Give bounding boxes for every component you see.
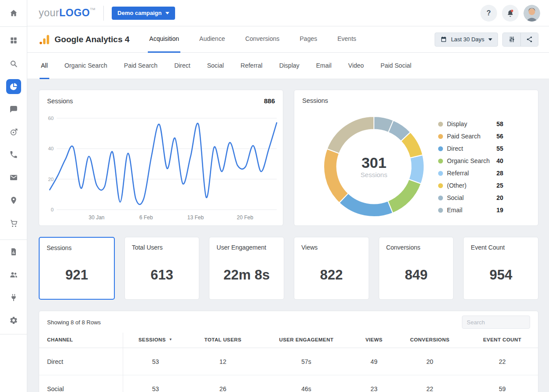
logo-brand: LOGO	[59, 7, 90, 18]
column-header-views[interactable]: VIEWS	[355, 333, 393, 348]
sessions-donut-chart-card: Sessions 301 Sessions Display58Paid Sear…	[294, 90, 538, 226]
channel-tab-video[interactable]: Video	[347, 53, 366, 79]
sidebar-phone-icon[interactable]	[6, 147, 21, 162]
filter-button[interactable]	[503, 33, 520, 46]
sidebar-pie-chart-icon[interactable]	[6, 79, 21, 94]
sidebar-home-icon[interactable]	[6, 6, 21, 21]
sidebar	[0, 0, 27, 392]
table-cell: 23	[355, 375, 393, 392]
column-header-total-users[interactable]: TOTAL USERS	[188, 333, 258, 348]
legend-label: Organic Search	[447, 157, 496, 164]
legend-swatch	[438, 183, 443, 188]
table-row[interactable]: Direct531257s492022	[39, 348, 538, 375]
donut-total-value: 301	[361, 155, 388, 171]
channel-filter-tabs: AllOrganic SearchPaid SearchDirectSocial…	[27, 53, 549, 79]
legend-item: (Other)25	[438, 179, 503, 192]
main-area: yourLOGOTM Demo campaign ?	[27, 0, 549, 392]
metric-card-total-users[interactable]: Total Users613	[124, 237, 200, 300]
channel-tab-social[interactable]: Social	[206, 53, 225, 79]
tab-events[interactable]: Events	[336, 26, 358, 53]
tab-acquisition[interactable]: Acquisition	[148, 26, 180, 53]
metric-card-sessions[interactable]: Sessions921	[39, 237, 115, 300]
date-range-button[interactable]: Last 30 Days	[435, 33, 498, 47]
metric-card-conversions[interactable]: Conversions849	[379, 237, 454, 300]
sidebar-dashboard-grid-icon[interactable]	[6, 33, 21, 48]
column-header-event-count[interactable]: EVENT COUNT	[466, 333, 538, 348]
legend-item: Direct55	[438, 142, 503, 155]
column-header-user-engagement[interactable]: USER ENGAGEMENT	[258, 333, 355, 348]
sidebar-report-file-icon[interactable]	[6, 244, 21, 259]
column-header-channel[interactable]: CHANNEL	[39, 333, 123, 348]
column-header-conversions[interactable]: CONVERSIONS	[393, 333, 467, 348]
metric-card-event-count[interactable]: Event Count954	[463, 237, 538, 300]
help-button[interactable]: ?	[480, 5, 497, 22]
legend-label: Referral	[447, 170, 496, 177]
channel-tab-display[interactable]: Display	[278, 53, 301, 79]
channel-tab-organic-search[interactable]: Organic Search	[63, 53, 109, 79]
donut-segment-direct	[339, 193, 393, 217]
bell-icon	[506, 9, 515, 18]
legend-swatch	[438, 196, 443, 200]
sidebar-gear-icon[interactable]	[6, 313, 21, 328]
metric-value: 849	[379, 267, 454, 283]
sidebar-chat-bubble-icon[interactable]	[6, 102, 21, 116]
sidebar-ad-target-icon[interactable]	[6, 124, 21, 139]
metric-card-views[interactable]: Views822	[294, 237, 369, 300]
legend-swatch	[438, 122, 443, 127]
google-analytics-icon	[39, 34, 50, 45]
topbar-actions: ?	[480, 5, 540, 22]
sidebar-users-icon[interactable]	[6, 267, 21, 282]
table-cell: 59	[466, 375, 538, 392]
table-cell: 22	[466, 348, 538, 375]
table-cell: 12	[188, 348, 258, 375]
campaign-selector-button[interactable]: Demo campaign	[112, 7, 175, 20]
share-button[interactable]	[520, 33, 538, 46]
table-cell: 46s	[258, 375, 355, 392]
tab-pages[interactable]: Pages	[298, 26, 318, 53]
legend-value: 19	[496, 207, 503, 214]
sidebar-mail-icon[interactable]	[6, 170, 21, 185]
channel-tab-direct[interactable]: Direct	[173, 53, 192, 79]
column-header-sessions[interactable]: SESSIONS▼	[123, 333, 188, 348]
legend-label: Social	[447, 194, 496, 201]
legend-item: Display58	[438, 118, 503, 130]
tab-audience[interactable]: Audience	[198, 26, 226, 53]
legend-item: Paid Search56	[438, 130, 503, 142]
tab-conversions[interactable]: Conversions	[244, 26, 281, 53]
share-icon	[526, 36, 533, 43]
sidebar-search-icon[interactable]	[6, 56, 21, 71]
table-cell: 26	[188, 375, 258, 392]
toolbar-button-group	[502, 33, 538, 47]
report-tabs: AcquisitionAudienceConversionsPagesEvent…	[139, 26, 366, 53]
table-cell: Social	[39, 375, 123, 392]
donut-segment-organic-search	[388, 179, 421, 213]
legend-label: Display	[447, 120, 496, 127]
metric-value: 921	[40, 267, 114, 283]
metric-label: Conversions	[386, 244, 421, 251]
table-cell: 49	[355, 348, 393, 375]
line-chart-total: 886	[264, 97, 275, 105]
table-cell: Direct	[39, 348, 123, 375]
sidebar-cart-icon[interactable]	[6, 216, 21, 231]
svg-text:13 Feb: 13 Feb	[187, 214, 204, 221]
metric-card-user-engagement[interactable]: User Engagement22m 8s	[209, 237, 284, 300]
legend-value: 58	[496, 120, 503, 127]
channel-tab-email[interactable]: Email	[315, 53, 333, 79]
sidebar-location-pin-icon[interactable]	[6, 193, 21, 208]
channel-tab-referral[interactable]: Referral	[239, 53, 264, 79]
channel-tab-paid-social[interactable]: Paid Social	[379, 53, 413, 79]
question-mark-icon: ?	[487, 9, 491, 17]
svg-text:0: 0	[51, 207, 54, 212]
sidebar-plug-icon[interactable]	[6, 290, 21, 305]
user-avatar[interactable]	[523, 5, 540, 22]
notifications-button[interactable]	[502, 5, 519, 22]
table-row[interactable]: Social532646s232259	[39, 375, 538, 392]
channel-tab-paid-search[interactable]: Paid Search	[123, 53, 159, 79]
table-search-input[interactable]	[462, 316, 530, 329]
channel-tab-all[interactable]: All	[40, 53, 49, 79]
metric-value: 613	[125, 267, 199, 283]
legend-swatch	[438, 171, 443, 176]
legend-value: 25	[496, 182, 503, 189]
legend-item: Email19	[438, 204, 503, 216]
table-cell: 22	[393, 375, 467, 392]
